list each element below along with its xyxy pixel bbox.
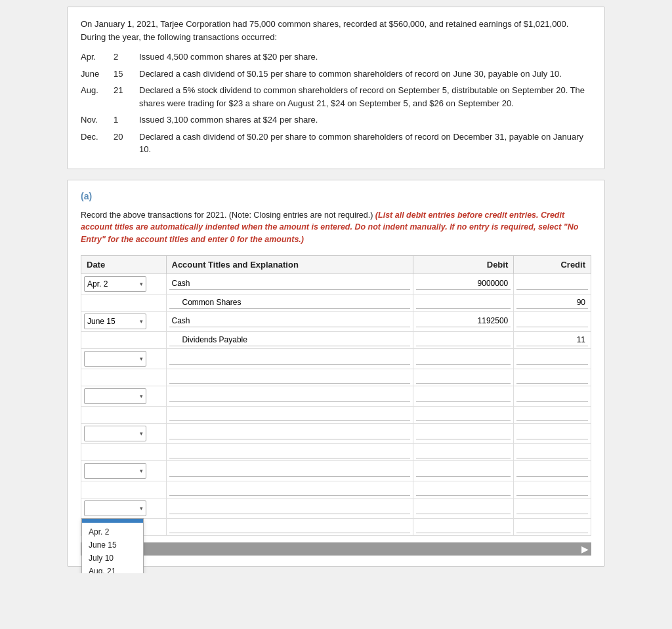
date-select-wrapper[interactable]: Apr. 2June 15July 10Aug. 21Sept. 20Nov. … <box>84 500 146 516</box>
debit-input[interactable] <box>416 296 511 309</box>
credit-input[interactable] <box>516 296 588 309</box>
credit-input[interactable] <box>516 464 588 477</box>
date-select[interactable]: Apr. 2June 15July 10Aug. 21Sept. 20Nov. … <box>87 504 138 513</box>
credit-input[interactable] <box>516 390 588 402</box>
debit-input[interactable] <box>416 352 511 365</box>
dropdown-option[interactable]: Apr. 2 <box>82 525 143 538</box>
account-input[interactable] <box>169 502 411 514</box>
account-input[interactable] <box>169 296 411 309</box>
debit-cell[interactable] <box>413 331 514 348</box>
date-select-wrapper[interactable]: Apr. 2June 15July 10Aug. 21Sept. 20Nov. … <box>84 463 146 479</box>
account-input[interactable] <box>169 427 411 439</box>
account-cell[interactable] <box>166 348 413 369</box>
credit-cell[interactable] <box>514 311 591 331</box>
credit-input[interactable] <box>516 315 588 327</box>
account-cell[interactable] <box>166 331 413 348</box>
account-cell[interactable] <box>166 386 413 406</box>
debit-cell[interactable] <box>413 348 514 369</box>
debit-cell[interactable] <box>413 294 514 311</box>
account-input[interactable] <box>169 409 411 421</box>
date-select[interactable]: Apr. 2June 15July 10Aug. 21Sept. 20Nov. … <box>87 317 138 326</box>
date-select-wrapper[interactable]: Apr. 2June 15July 10Aug. 21Sept. 20Nov. … <box>84 351 146 367</box>
account-cell[interactable] <box>166 481 413 498</box>
account-input[interactable] <box>169 390 411 402</box>
date-select-wrapper[interactable]: Apr. 2June 15July 10Aug. 21Sept. 20Nov. … <box>84 388 146 404</box>
credit-input[interactable] <box>516 483 588 496</box>
credit-cell[interactable] <box>514 369 591 386</box>
debit-cell[interactable] <box>413 311 514 331</box>
date-select[interactable]: Apr. 2June 15July 10Aug. 21Sept. 20Nov. … <box>87 429 138 438</box>
account-cell[interactable] <box>166 460 413 481</box>
dropdown-option[interactable]: July 10 <box>82 552 143 565</box>
date-select[interactable]: Apr. 2June 15July 10Aug. 21Sept. 20Nov. … <box>87 354 138 363</box>
debit-input[interactable] <box>416 521 511 533</box>
debit-cell[interactable] <box>413 386 514 406</box>
dropdown-option[interactable]: Aug. 21 <box>82 565 143 573</box>
account-cell[interactable] <box>166 498 413 518</box>
account-cell[interactable] <box>166 406 413 423</box>
debit-input[interactable] <box>416 315 511 327</box>
account-input[interactable] <box>169 352 411 365</box>
debit-cell[interactable] <box>413 481 514 498</box>
account-input[interactable] <box>169 371 411 384</box>
account-cell[interactable] <box>166 518 413 535</box>
account-cell[interactable] <box>166 423 413 443</box>
account-input[interactable] <box>169 521 411 533</box>
debit-input[interactable] <box>416 464 511 477</box>
account-input[interactable] <box>169 446 411 458</box>
debit-cell[interactable] <box>413 460 514 481</box>
credit-input[interactable] <box>516 521 588 533</box>
credit-cell[interactable] <box>514 294 591 311</box>
arrow-icon[interactable]: ▶ <box>581 544 589 554</box>
credit-input[interactable] <box>516 277 588 290</box>
debit-input[interactable] <box>416 390 511 402</box>
debit-input[interactable] <box>416 371 511 384</box>
debit-cell[interactable] <box>413 423 514 443</box>
date-select[interactable]: Apr. 2June 15July 10Aug. 21Sept. 20Nov. … <box>87 466 138 476</box>
debit-input[interactable] <box>416 334 511 346</box>
credit-cell[interactable] <box>514 348 591 369</box>
debit-cell[interactable] <box>413 443 514 460</box>
debit-input[interactable] <box>416 409 511 421</box>
credit-input[interactable] <box>516 409 588 421</box>
account-input[interactable] <box>169 315 411 327</box>
debit-cell[interactable] <box>413 274 514 294</box>
date-select[interactable]: Apr. 2June 15July 10Aug. 21Sept. 20Nov. … <box>87 279 138 289</box>
date-select-wrapper[interactable]: Apr. 2June 15July 10Aug. 21Sept. 20Nov. … <box>84 426 146 441</box>
account-input[interactable] <box>169 464 411 477</box>
account-cell[interactable] <box>166 443 413 460</box>
credit-cell[interactable] <box>514 274 591 294</box>
credit-cell[interactable] <box>514 423 591 443</box>
credit-input[interactable] <box>516 446 588 458</box>
debit-cell[interactable] <box>413 406 514 423</box>
debit-input[interactable] <box>416 277 511 290</box>
dropdown-option[interactable]: June 15 <box>82 538 143 552</box>
credit-cell[interactable] <box>514 443 591 460</box>
dropdown-menu[interactable]: Apr. 2June 15July 10Aug. 21Sept. 20Nov. … <box>81 518 144 573</box>
credit-input[interactable] <box>516 352 588 365</box>
debit-cell[interactable] <box>413 369 514 386</box>
debit-input[interactable] <box>416 483 511 496</box>
credit-cell[interactable] <box>514 386 591 406</box>
date-select[interactable]: Apr. 2June 15July 10Aug. 21Sept. 20Nov. … <box>87 392 138 401</box>
account-input[interactable] <box>169 277 411 290</box>
credit-cell[interactable] <box>514 460 591 481</box>
account-input[interactable] <box>169 334 411 346</box>
credit-input[interactable] <box>516 334 588 346</box>
debit-input[interactable] <box>416 502 511 514</box>
account-cell[interactable] <box>166 294 413 311</box>
account-cell[interactable] <box>166 274 413 294</box>
credit-cell[interactable] <box>514 331 591 348</box>
credit-cell[interactable] <box>514 498 591 518</box>
credit-cell[interactable] <box>514 518 591 535</box>
date-select-wrapper[interactable]: Apr. 2June 15July 10Aug. 21Sept. 20Nov. … <box>84 276 146 292</box>
credit-input[interactable] <box>516 427 588 439</box>
debit-input[interactable] <box>416 427 511 439</box>
bottom-bar[interactable]: d Media ▶ <box>81 542 591 556</box>
credit-input[interactable] <box>516 502 588 514</box>
credit-cell[interactable] <box>514 406 591 423</box>
debit-cell[interactable] <box>413 498 514 518</box>
credit-cell[interactable] <box>514 481 591 498</box>
account-input[interactable] <box>169 483 411 496</box>
account-cell[interactable] <box>166 369 413 386</box>
